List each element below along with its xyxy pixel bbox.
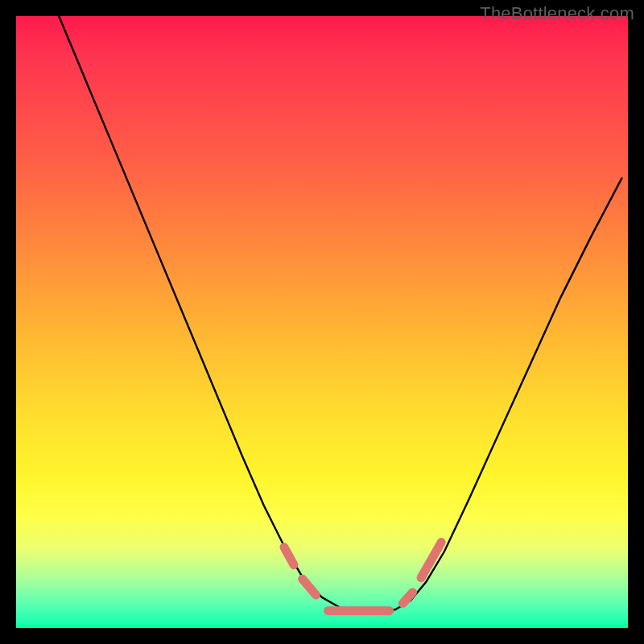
left-dash-lower (303, 579, 316, 595)
bottleneck-curve (59, 16, 621, 613)
right-dash-lower (402, 592, 412, 604)
marker-group (284, 543, 441, 611)
left-dash-upper (284, 547, 294, 565)
chart-frame: TheBottleneck.com (0, 0, 644, 644)
chart-svg (16, 16, 628, 628)
plot-area (16, 16, 628, 628)
watermark-text: TheBottleneck.com (480, 3, 634, 24)
